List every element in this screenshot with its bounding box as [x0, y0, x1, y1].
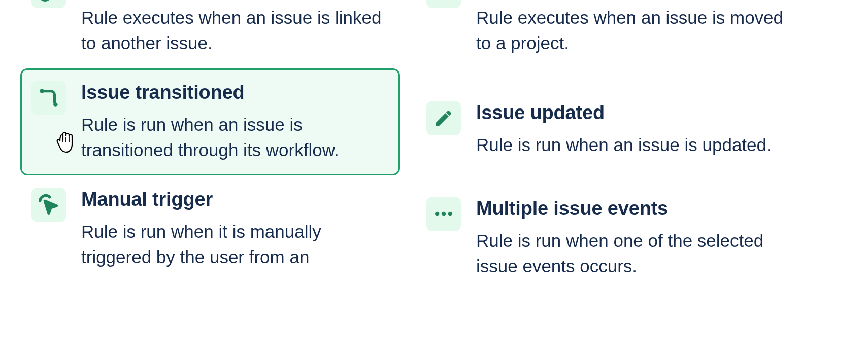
link-icon: [31, 0, 66, 8]
svg-point-7: [442, 212, 446, 216]
card-title: Manual trigger: [81, 188, 389, 212]
card-description: Rule is run when an issue is transitione…: [81, 112, 389, 164]
card-description: Rule executes when an issue is moved to …: [476, 5, 784, 57]
cursor-pointer-icon: [52, 127, 78, 155]
ellipsis-icon: [426, 197, 461, 231]
card-title: Issue transitioned: [81, 81, 389, 105]
card-body: Issue moved Rule executes when an issue …: [476, 0, 784, 56]
arrow-right-icon: [426, 0, 461, 8]
card-description: Rule is run when an issue is updated.: [476, 132, 784, 158]
pencil-icon: [426, 101, 461, 135]
card-body: Manual trigger Rule is run when it is ma…: [81, 188, 389, 270]
card-description: Rule is run when it is manually triggere…: [81, 219, 389, 271]
trigger-grid: Issue linked Rule executes when an issue…: [20, 0, 868, 292]
card-manual-trigger[interactable]: Manual trigger Rule is run when it is ma…: [20, 175, 400, 292]
svg-point-6: [435, 212, 439, 216]
cursor-click-icon: [31, 188, 66, 222]
transition-icon: [31, 81, 66, 115]
card-title: Issue updated: [476, 101, 784, 125]
card-multiple-issue-events[interactable]: Multiple issue events Rule is run when o…: [415, 185, 795, 292]
card-issue-moved[interactable]: Issue moved Rule executes when an issue …: [415, 0, 795, 68]
card-body: Issue updated Rule is run when an issue …: [476, 101, 784, 158]
card-issue-linked[interactable]: Issue linked Rule executes when an issue…: [20, 0, 400, 68]
card-issue-updated[interactable]: Issue updated Rule is run when an issue …: [415, 89, 795, 175]
card-description: Rule is run when one of the selected iss…: [476, 228, 784, 280]
card-body: Issue transitioned Rule is run when an i…: [81, 81, 389, 163]
card-issue-transitioned[interactable]: Issue transitioned Rule is run when an i…: [20, 68, 400, 175]
card-body: Issue linked Rule executes when an issue…: [81, 0, 389, 56]
card-title: Multiple issue events: [476, 197, 784, 221]
card-description: Rule executes when an issue is linked to…: [81, 5, 389, 57]
card-body: Multiple issue events Rule is run when o…: [476, 197, 784, 279]
svg-point-8: [448, 212, 452, 216]
